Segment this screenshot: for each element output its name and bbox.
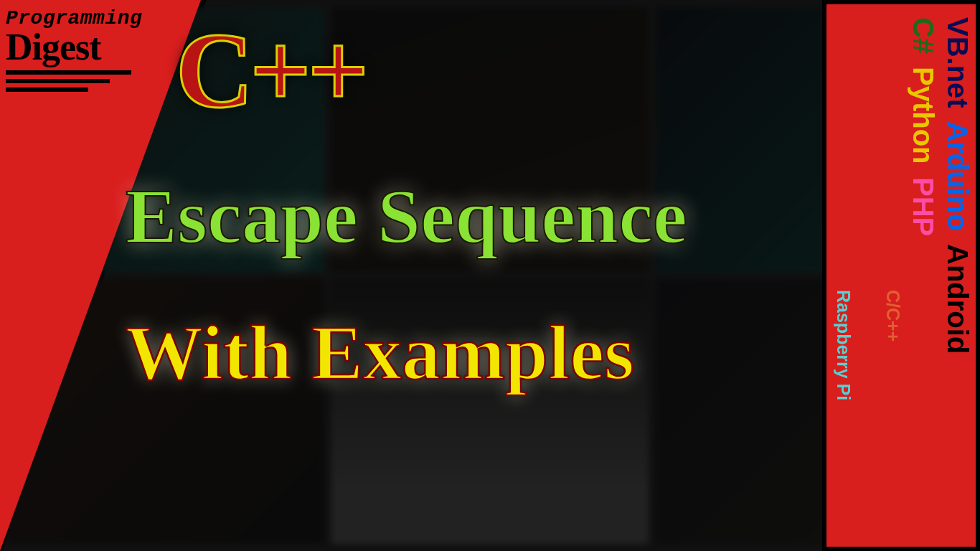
lang-row-1: VB.net Arduino Android bbox=[943, 17, 972, 354]
lang-php: PHP bbox=[909, 177, 938, 236]
cpp-heading: C++ bbox=[176, 9, 365, 132]
lang-row-2: C# Python PHP bbox=[909, 17, 938, 236]
lang-row-small: C/C++ Raspberry Pi bbox=[833, 290, 903, 400]
main-heading: Escape Sequence bbox=[126, 172, 687, 261]
lang-android: Android bbox=[943, 244, 972, 354]
lang-csharp: C# bbox=[909, 17, 938, 54]
logo: Programming Digest bbox=[6, 7, 142, 96]
logo-line2: Digest bbox=[6, 29, 142, 65]
sub-heading: With Examples bbox=[126, 309, 634, 397]
logo-underline bbox=[6, 70, 142, 92]
right-band: VB.net Arduino Android C# Python PHP C/C… bbox=[822, 0, 980, 551]
lang-vbnet: VB.net bbox=[943, 17, 972, 108]
lang-raspberrypi: Raspberry Pi bbox=[833, 290, 854, 400]
lang-ccpp: C/C++ bbox=[882, 290, 903, 400]
lang-arduino: Arduino bbox=[943, 121, 972, 231]
lang-python: Python bbox=[909, 67, 938, 164]
